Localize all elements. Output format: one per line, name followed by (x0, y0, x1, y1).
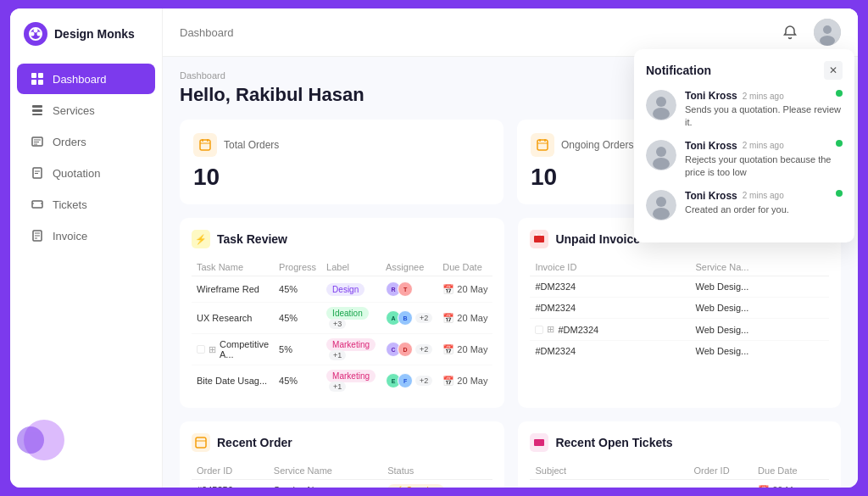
mini-avatar: F (398, 373, 413, 388)
recent-order-icon (192, 433, 210, 452)
due-date-cell: 📅 20 May (437, 334, 492, 365)
avatar-stack: C D +2 (386, 342, 432, 357)
notif-time-2: 2 mins ago (743, 141, 784, 150)
plus-badge: +2 (415, 344, 432, 354)
svg-point-2 (37, 32, 42, 36)
sidebar-item-orders[interactable]: Orders (17, 126, 155, 157)
checkbox[interactable] (535, 326, 543, 334)
sidebar-decoration (24, 420, 64, 460)
svg-rect-6 (31, 80, 36, 85)
mini-avatar: B (398, 310, 413, 326)
assignee-cell: A B +2 (381, 303, 437, 334)
notification-panel: Notification ✕ Toni Kross 2 mins ago Sen… (634, 49, 854, 242)
service-name-cell: Web Desig... (691, 298, 830, 319)
svg-point-25 (823, 25, 832, 34)
recent-tickets-header: Recent Open Tickets (530, 433, 829, 452)
logo-area: Design Monks (10, 22, 162, 63)
service-name-cell: Web Desig... (691, 319, 830, 341)
th-order-id: Order ID (688, 462, 753, 480)
svg-rect-35 (534, 236, 544, 242)
recent-order-header: Recent Order (192, 433, 492, 452)
svg-rect-8 (32, 105, 42, 108)
task-name-cell: Bite Date Usag... (192, 365, 274, 397)
task-review-header: ⚡ Task Review (192, 230, 492, 248)
status-cell: ⚡ Ongoing (382, 480, 492, 488)
label-badge: Marketing (326, 370, 376, 382)
sidebar-item-quotation[interactable]: Quotation (17, 158, 155, 188)
avatar-stack: R T (386, 281, 432, 297)
unpaid-invoice-table: Invoice ID Service Na... #DM2324 Web Des… (530, 259, 829, 361)
tickets-thead-row: Subject Order ID Due Date (530, 462, 829, 480)
notif-content-1: Toni Kross 2 mins ago Sends you a quotat… (685, 90, 843, 130)
svg-rect-17 (32, 201, 42, 208)
notification-item-2: Toni Kross 2 mins ago Rejects your quota… (646, 140, 843, 180)
row-check[interactable]: ⊞ (535, 324, 554, 335)
th-due-date: Due Date (753, 462, 829, 480)
assignee-cell: C D +2 (381, 334, 437, 365)
table-row: #DM2324 Web Desig... (530, 341, 829, 362)
total-orders-header: Total Orders (193, 133, 490, 157)
invoice-id-cell: ⊞ #DM2324 (530, 319, 690, 341)
recent-tickets-table: Subject Order ID Due Date SEO Optimizati… (530, 462, 829, 488)
task-name-cell: Wireframe Red (192, 276, 274, 303)
order-id-cell: #245356 (192, 480, 269, 488)
svg-rect-31 (537, 140, 548, 150)
sidebar-item-dashboard[interactable]: Dashboard (17, 64, 155, 94)
user-avatar[interactable] (814, 19, 841, 46)
plus-badge: +2 (415, 313, 432, 323)
invoice-id-cell: #DM2324 (530, 276, 690, 298)
ongoing-orders-label: Ongoing Orders (561, 139, 633, 151)
sidebar-item-tickets[interactable]: Tickets (17, 189, 155, 220)
logo-icon (24, 22, 47, 46)
sidebar-item-invoice[interactable]: Invoice (17, 220, 155, 251)
label-badge: Design (326, 283, 364, 296)
th-order-id: Order ID (192, 462, 269, 480)
invoice-icon (31, 229, 44, 242)
label-cell: Marketing +1 (321, 334, 381, 365)
notif-name-row-2: Toni Kross 2 mins ago (685, 140, 843, 152)
topbar-title: Dashboard (180, 26, 234, 39)
th-status: Status (382, 462, 492, 480)
plus-badge: +1 (329, 350, 346, 360)
plus-badge: +2 (415, 376, 432, 386)
svg-rect-4 (31, 73, 36, 78)
notif-text-2: Rejects your quotation because the price… (685, 153, 843, 180)
due-date: 📅 20 May (442, 284, 487, 295)
avatar-stack: A B +2 (386, 310, 432, 326)
label-badge: Marketing (326, 338, 376, 351)
recent-order-panel: Recent Order Order ID Service Name Statu… (180, 421, 504, 488)
table-row: UX Research 45% Ideation +3 A B (192, 303, 492, 334)
label-cell: Ideation +3 (321, 303, 381, 334)
svg-rect-5 (38, 73, 43, 78)
order-id-cell: #245356 (688, 480, 753, 488)
mini-avatar: T (398, 281, 413, 297)
table-row: Wireframe Red 45% Design R T 📅 20 May (192, 276, 492, 303)
notif-dot-1 (836, 90, 843, 97)
quotation-label: Quotation (53, 167, 100, 180)
svg-point-3 (34, 29, 38, 33)
assignee-cell: R T (381, 276, 437, 303)
svg-rect-40 (534, 439, 544, 446)
expand-icon: ⊞ (209, 344, 216, 355)
bell-button[interactable] (776, 19, 804, 46)
notif-avatar-1 (646, 90, 676, 120)
close-notification-button[interactable]: ✕ (824, 61, 843, 80)
due-date-cell: 📅 20 May (753, 480, 829, 488)
sidebar-item-services[interactable]: Services (17, 95, 155, 125)
th-service-name: Service Na... (691, 259, 830, 276)
service-name-cell: Service Name (269, 480, 382, 488)
avatar-stack: E F +2 (386, 373, 432, 388)
notif-time-3: 2 mins ago (743, 191, 784, 200)
ongoing-orders-icon (531, 133, 554, 157)
progress-cell: 5% (274, 334, 321, 365)
svg-point-42 (656, 97, 666, 107)
due-date: 📅 20 May (758, 485, 824, 488)
svg-point-1 (31, 32, 35, 36)
row-check[interactable]: ⊞ (197, 344, 216, 355)
plus-badge: +1 (329, 382, 346, 392)
tickets-label: Tickets (53, 198, 87, 211)
task-review-panel: ⚡ Task Review Task Name Progress Label A… (180, 218, 504, 408)
checkbox[interactable] (197, 345, 205, 354)
th-assignee: Assignee (381, 259, 437, 276)
task-review-icon: ⚡ (192, 230, 210, 248)
